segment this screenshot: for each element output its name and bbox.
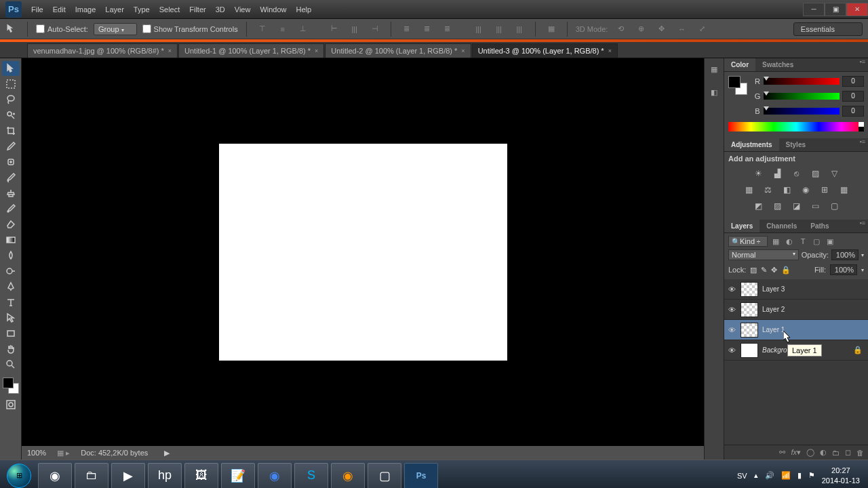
gradient-map-icon[interactable]: ▭ <box>809 201 821 211</box>
distribute-left-icon[interactable]: ||| <box>471 22 486 37</box>
color-spectrum[interactable] <box>728 122 864 131</box>
distribute-right-icon[interactable]: ||| <box>512 22 527 37</box>
lock-all-icon[interactable]: 🔒 <box>781 266 791 274</box>
align-vcenter-icon[interactable]: ≡ <box>275 22 290 37</box>
tray-chevron-icon[interactable]: ▴ <box>754 471 758 480</box>
hand-tool[interactable] <box>2 342 20 357</box>
taskbar-app-1[interactable]: ◉ <box>38 463 72 489</box>
bw-icon[interactable]: ◧ <box>781 184 793 195</box>
menu-3d[interactable]: 3D <box>216 5 225 14</box>
align-left-icon[interactable]: ⊢ <box>327 22 342 37</box>
maximize-button[interactable]: ▣ <box>825 3 846 16</box>
lock-transparency-icon[interactable]: ▨ <box>750 266 757 274</box>
tray-volume-icon[interactable]: 🔊 <box>765 471 774 480</box>
distribute-top-icon[interactable]: ≣ <box>399 22 414 37</box>
menu-select[interactable]: Select <box>159 5 180 14</box>
tray-clock[interactable]: 20:27 2014-01-13 <box>822 466 860 485</box>
color-swatch-pair[interactable] <box>728 76 747 95</box>
color-swatches[interactable] <box>3 378 19 394</box>
layer-name[interactable]: Layer 1 <box>762 326 785 333</box>
taskbar-skype[interactable]: S <box>294 463 328 489</box>
menu-view[interactable]: View <box>235 5 251 14</box>
zoom-tool[interactable] <box>2 357 20 372</box>
show-transform-checkbox[interactable]: Show Transform Controls <box>142 24 238 33</box>
tab-close-icon[interactable]: × <box>461 47 465 54</box>
filter-pixel-icon[interactable]: ▦ <box>770 236 781 247</box>
b-slider[interactable] <box>764 108 840 115</box>
3d-slide-icon[interactable]: ↔ <box>674 22 689 37</box>
panel-menu-icon[interactable]: ▪≡ <box>860 58 868 71</box>
menu-layer[interactable]: Layer <box>105 5 124 14</box>
taskbar-chrome[interactable]: ◉ <box>258 463 292 489</box>
panel-menu-icon[interactable]: ▪≡ <box>860 138 868 151</box>
document-tab-3[interactable]: Untitled-3 @ 100% (Layer 1, RGB/8) *× <box>472 43 618 58</box>
taskbar-firefox[interactable]: ◉ <box>331 463 365 489</box>
menu-type[interactable]: Type <box>134 5 150 14</box>
tray-battery-icon[interactable]: ▮ <box>797 471 802 480</box>
filter-shape-icon[interactable]: ▢ <box>811 236 822 247</box>
auto-select-checkbox[interactable]: Auto-Select: <box>36 24 88 33</box>
filter-adjust-icon[interactable]: ◐ <box>784 236 795 247</box>
layer-mask-icon[interactable]: ◯ <box>806 448 814 457</box>
levels-icon[interactable]: ▟ <box>771 168 783 179</box>
quick-mask-tool[interactable] <box>2 397 20 412</box>
opacity-value[interactable]: 100% <box>831 249 859 260</box>
eraser-tool[interactable] <box>2 217 20 232</box>
auto-align-icon[interactable]: ▦ <box>544 22 559 37</box>
tab-close-icon[interactable]: × <box>315 47 318 54</box>
status-icon[interactable]: ▦ ▸ <box>57 449 70 458</box>
tab-close-icon[interactable]: × <box>168 47 172 54</box>
history-panel-icon[interactable]: ▦ <box>707 62 721 76</box>
taskbar-explorer[interactable]: 🗀 <box>75 463 108 489</box>
tray-language[interactable]: SV <box>737 472 747 480</box>
posterize-icon[interactable]: ▨ <box>771 201 783 211</box>
tray-action-icon[interactable]: ⚑ <box>808 471 815 480</box>
distribute-vcenter-icon[interactable]: ≣ <box>420 22 435 37</box>
3d-scale-icon[interactable]: ⤢ <box>694 22 709 37</box>
layer-fx-icon[interactable]: fx▾ <box>791 448 801 457</box>
minimize-button[interactable]: ─ <box>803 3 825 16</box>
align-right-icon[interactable]: ⊣ <box>368 22 382 37</box>
doc-info[interactable]: Doc: 452,2K/0 bytes <box>81 449 148 457</box>
blend-mode-dropdown[interactable]: Normal ▾ <box>728 249 799 260</box>
channels-tab[interactable]: Channels <box>760 220 804 232</box>
layer-thumbnail[interactable] <box>741 343 758 358</box>
marquee-tool[interactable] <box>2 77 20 92</box>
eyedropper-tool[interactable] <box>2 139 20 154</box>
align-bottom-icon[interactable]: ⊥ <box>296 22 311 37</box>
distribute-hcenter-icon[interactable]: ||| <box>492 22 507 37</box>
b-value[interactable]: 0 <box>842 106 864 117</box>
document-tab-1[interactable]: Untitled-1 @ 100% (Layer 1, RGB/8) *× <box>178 43 324 58</box>
visibility-icon[interactable]: 👁 <box>727 325 736 335</box>
new-fill-layer-icon[interactable]: ◐ <box>820 448 827 457</box>
quick-select-tool[interactable] <box>2 108 20 123</box>
filter-type-icon[interactable]: T <box>797 236 808 247</box>
new-layer-icon[interactable]: ◻ <box>845 448 851 457</box>
menu-edit[interactable]: Edit <box>53 5 66 14</box>
lock-position-icon[interactable]: ✥ <box>771 266 777 274</box>
taskbar-notes[interactable]: 📝 <box>221 463 255 489</box>
canvas-viewport[interactable] <box>22 58 704 446</box>
layers-tab[interactable]: Layers <box>724 220 760 232</box>
move-tool[interactable] <box>2 61 20 76</box>
close-button[interactable]: ✕ <box>846 3 868 16</box>
dodge-tool[interactable] <box>2 264 20 279</box>
taskbar-app-2[interactable]: 🖼 <box>184 463 218 489</box>
layer-row-1[interactable]: 👁Layer 2 <box>724 300 868 320</box>
document-canvas[interactable] <box>219 144 507 361</box>
filter-smart-icon[interactable]: ▣ <box>825 236 835 247</box>
r-slider[interactable] <box>764 78 840 85</box>
history-brush-tool[interactable] <box>2 201 20 216</box>
layer-row-2[interactable]: 👁Layer 1 <box>724 320 868 340</box>
blur-tool[interactable] <box>2 248 20 263</box>
start-button[interactable]: ⊞ <box>3 462 35 489</box>
healing-brush-tool[interactable] <box>2 155 20 169</box>
r-value[interactable]: 0 <box>842 76 864 87</box>
swatches-tab[interactable]: Swatches <box>755 58 800 71</box>
delete-layer-icon[interactable]: 🗑 <box>856 449 864 457</box>
type-tool[interactable] <box>2 295 20 310</box>
new-group-icon[interactable]: 🗀 <box>832 449 840 457</box>
menu-help[interactable]: Help <box>296 5 312 14</box>
color-lookup-icon[interactable]: ▦ <box>837 184 850 195</box>
threshold-icon[interactable]: ◪ <box>790 201 802 211</box>
